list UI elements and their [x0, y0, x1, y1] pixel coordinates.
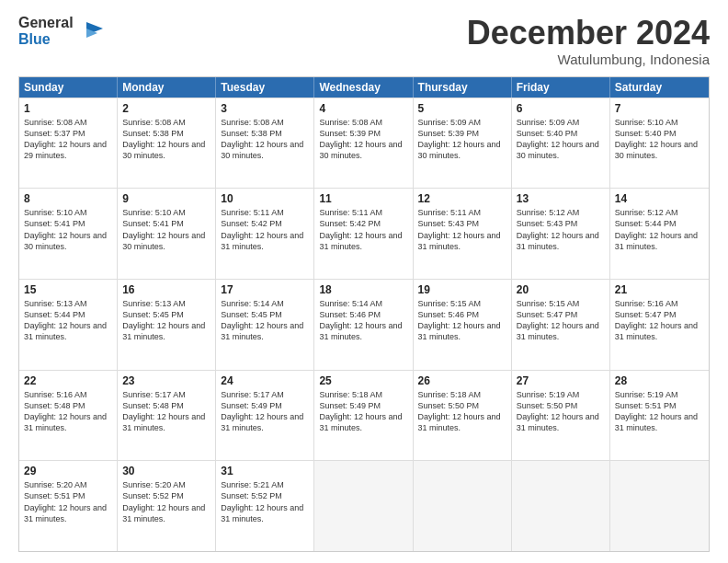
- day-cell-4: 4Sunrise: 5:08 AMSunset: 5:39 PMDaylight…: [314, 98, 413, 189]
- header: General Blue December 2024 Watulumbung, …: [18, 15, 710, 67]
- logo-icon: [77, 17, 105, 45]
- day-info: Sunrise: 5:21 AMSunset: 5:52 PMDaylight:…: [221, 479, 309, 524]
- day-cell-26: 26Sunrise: 5:18 AMSunset: 5:50 PMDayligh…: [414, 371, 512, 461]
- day-cell-5: 5Sunrise: 5:09 AMSunset: 5:39 PMDaylight…: [414, 98, 512, 189]
- day-info: Sunrise: 5:12 AMSunset: 5:44 PMDaylight:…: [615, 207, 704, 252]
- day-number: 14: [615, 192, 704, 205]
- day-number: 11: [319, 192, 407, 205]
- day-cell-6: 6Sunrise: 5:09 AMSunset: 5:40 PMDaylight…: [512, 98, 610, 189]
- day-cell-25: 25Sunrise: 5:18 AMSunset: 5:49 PMDayligh…: [314, 371, 413, 461]
- day-info: Sunrise: 5:09 AMSunset: 5:39 PMDaylight:…: [418, 117, 506, 162]
- day-number: 16: [122, 283, 210, 296]
- day-number: 19: [418, 283, 506, 296]
- day-number: 17: [221, 283, 309, 296]
- day-cell-27: 27Sunrise: 5:19 AMSunset: 5:50 PMDayligh…: [512, 371, 610, 461]
- day-header-saturday: Saturday: [610, 77, 709, 98]
- day-number: 2: [122, 102, 210, 115]
- day-number: 18: [319, 283, 407, 296]
- day-cell-23: 23Sunrise: 5:17 AMSunset: 5:48 PMDayligh…: [118, 371, 216, 461]
- day-info: Sunrise: 5:16 AMSunset: 5:47 PMDaylight:…: [615, 298, 704, 343]
- day-cell-12: 12Sunrise: 5:11 AMSunset: 5:43 PMDayligh…: [414, 189, 512, 279]
- day-number: 30: [122, 465, 210, 477]
- logo: General Blue: [18, 15, 105, 47]
- day-number: 8: [24, 192, 112, 205]
- day-cell-20: 20Sunrise: 5:15 AMSunset: 5:47 PMDayligh…: [512, 280, 610, 370]
- day-info: Sunrise: 5:19 AMSunset: 5:50 PMDaylight:…: [517, 389, 605, 434]
- empty-cell: [314, 461, 413, 551]
- day-cell-1: 1Sunrise: 5:08 AMSunset: 5:37 PMDaylight…: [19, 98, 118, 189]
- day-info: Sunrise: 5:15 AMSunset: 5:46 PMDaylight:…: [418, 298, 506, 343]
- logo-line1: General: [18, 15, 74, 31]
- day-cell-13: 13Sunrise: 5:12 AMSunset: 5:43 PMDayligh…: [512, 189, 610, 279]
- day-info: Sunrise: 5:18 AMSunset: 5:49 PMDaylight:…: [319, 389, 407, 434]
- day-number: 27: [517, 374, 605, 387]
- day-header-tuesday: Tuesday: [216, 77, 314, 98]
- day-number: 5: [418, 102, 506, 115]
- day-cell-9: 9Sunrise: 5:10 AMSunset: 5:41 PMDaylight…: [118, 189, 216, 279]
- day-header-wednesday: Wednesday: [314, 77, 413, 98]
- day-cell-22: 22Sunrise: 5:16 AMSunset: 5:48 PMDayligh…: [19, 371, 118, 461]
- day-cell-7: 7Sunrise: 5:10 AMSunset: 5:40 PMDaylight…: [610, 98, 709, 189]
- empty-cell: [512, 461, 610, 551]
- day-info: Sunrise: 5:13 AMSunset: 5:45 PMDaylight:…: [122, 298, 210, 343]
- day-info: Sunrise: 5:15 AMSunset: 5:47 PMDaylight:…: [517, 298, 605, 343]
- day-number: 24: [221, 374, 309, 387]
- day-number: 1: [24, 102, 112, 115]
- day-info: Sunrise: 5:08 AMSunset: 5:38 PMDaylight:…: [221, 117, 309, 162]
- day-cell-29: 29Sunrise: 5:20 AMSunset: 5:51 PMDayligh…: [19, 461, 118, 551]
- day-cell-10: 10Sunrise: 5:11 AMSunset: 5:42 PMDayligh…: [216, 189, 314, 279]
- day-info: Sunrise: 5:12 AMSunset: 5:43 PMDaylight:…: [517, 207, 605, 252]
- month-title: December 2024: [467, 15, 710, 52]
- day-cell-11: 11Sunrise: 5:11 AMSunset: 5:42 PMDayligh…: [314, 189, 413, 279]
- day-number: 4: [319, 102, 407, 115]
- day-info: Sunrise: 5:10 AMSunset: 5:41 PMDaylight:…: [122, 207, 210, 252]
- day-number: 15: [24, 283, 112, 296]
- day-number: 28: [615, 374, 704, 387]
- day-info: Sunrise: 5:08 AMSunset: 5:38 PMDaylight:…: [122, 117, 210, 162]
- empty-cell: [610, 461, 709, 551]
- day-cell-28: 28Sunrise: 5:19 AMSunset: 5:51 PMDayligh…: [610, 371, 709, 461]
- day-cell-19: 19Sunrise: 5:15 AMSunset: 5:46 PMDayligh…: [414, 280, 512, 370]
- location: Watulumbung, Indonesia: [467, 52, 710, 67]
- day-number: 22: [24, 374, 112, 387]
- day-cell-15: 15Sunrise: 5:13 AMSunset: 5:44 PMDayligh…: [19, 280, 118, 370]
- day-number: 6: [517, 102, 605, 115]
- calendar-row-4: 22Sunrise: 5:16 AMSunset: 5:48 PMDayligh…: [19, 370, 709, 461]
- day-number: 26: [418, 374, 506, 387]
- day-number: 9: [122, 192, 210, 205]
- day-number: 20: [517, 283, 605, 296]
- day-info: Sunrise: 5:17 AMSunset: 5:48 PMDaylight:…: [122, 389, 210, 434]
- day-info: Sunrise: 5:17 AMSunset: 5:49 PMDaylight:…: [221, 389, 309, 434]
- day-info: Sunrise: 5:18 AMSunset: 5:50 PMDaylight:…: [418, 389, 506, 434]
- day-info: Sunrise: 5:14 AMSunset: 5:46 PMDaylight:…: [319, 298, 407, 343]
- day-info: Sunrise: 5:20 AMSunset: 5:51 PMDaylight:…: [24, 479, 112, 524]
- calendar-header: SundayMondayTuesdayWednesdayThursdayFrid…: [19, 77, 709, 98]
- day-number: 25: [319, 374, 407, 387]
- day-cell-3: 3Sunrise: 5:08 AMSunset: 5:38 PMDaylight…: [216, 98, 314, 189]
- day-info: Sunrise: 5:19 AMSunset: 5:51 PMDaylight:…: [615, 389, 704, 434]
- calendar-row-2: 8Sunrise: 5:10 AMSunset: 5:41 PMDaylight…: [19, 188, 709, 279]
- day-info: Sunrise: 5:13 AMSunset: 5:44 PMDaylight:…: [24, 298, 112, 343]
- day-info: Sunrise: 5:09 AMSunset: 5:40 PMDaylight:…: [517, 117, 605, 162]
- title-block: December 2024 Watulumbung, Indonesia: [467, 15, 710, 67]
- day-number: 29: [24, 465, 112, 477]
- day-info: Sunrise: 5:11 AMSunset: 5:42 PMDaylight:…: [319, 207, 407, 252]
- day-cell-30: 30Sunrise: 5:20 AMSunset: 5:52 PMDayligh…: [118, 461, 216, 551]
- day-info: Sunrise: 5:14 AMSunset: 5:45 PMDaylight:…: [221, 298, 309, 343]
- day-cell-21: 21Sunrise: 5:16 AMSunset: 5:47 PMDayligh…: [610, 280, 709, 370]
- day-header-thursday: Thursday: [414, 77, 512, 98]
- day-number: 3: [221, 102, 309, 115]
- day-number: 13: [517, 192, 605, 205]
- calendar-row-1: 1Sunrise: 5:08 AMSunset: 5:37 PMDaylight…: [19, 98, 709, 189]
- day-cell-17: 17Sunrise: 5:14 AMSunset: 5:45 PMDayligh…: [216, 280, 314, 370]
- day-info: Sunrise: 5:11 AMSunset: 5:43 PMDaylight:…: [418, 207, 506, 252]
- day-number: 23: [122, 374, 210, 387]
- day-cell-31: 31Sunrise: 5:21 AMSunset: 5:52 PMDayligh…: [216, 461, 314, 551]
- day-number: 12: [418, 192, 506, 205]
- calendar-row-3: 15Sunrise: 5:13 AMSunset: 5:44 PMDayligh…: [19, 279, 709, 370]
- day-cell-24: 24Sunrise: 5:17 AMSunset: 5:49 PMDayligh…: [216, 371, 314, 461]
- day-info: Sunrise: 5:08 AMSunset: 5:39 PMDaylight:…: [319, 117, 407, 162]
- day-header-sunday: Sunday: [19, 77, 118, 98]
- day-cell-8: 8Sunrise: 5:10 AMSunset: 5:41 PMDaylight…: [19, 189, 118, 279]
- day-info: Sunrise: 5:20 AMSunset: 5:52 PMDaylight:…: [122, 479, 210, 524]
